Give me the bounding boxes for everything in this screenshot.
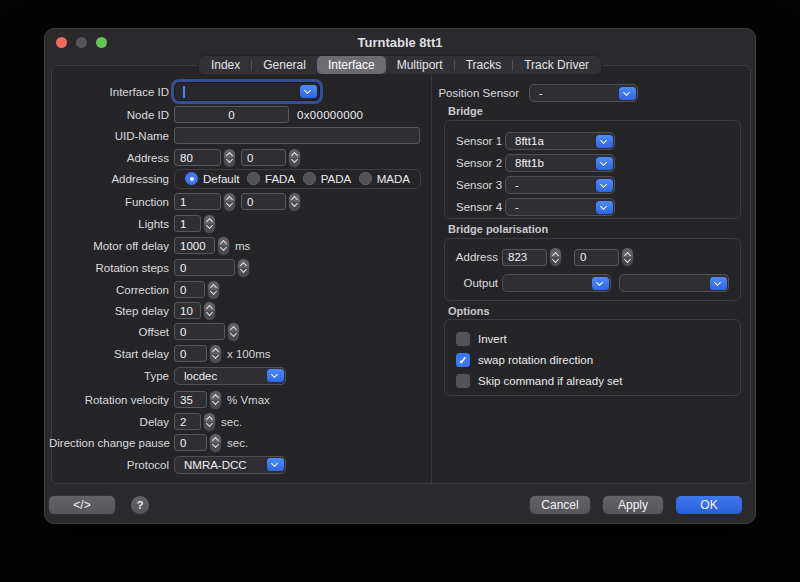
correction-field[interactable]: 0	[174, 281, 205, 298]
address-row: Address 80 0	[49, 148, 300, 167]
popup-button	[596, 179, 613, 192]
code-button[interactable]: </>	[49, 496, 115, 514]
offset-stepper[interactable]	[228, 323, 239, 341]
swap-rotation-checkbox[interactable]	[456, 353, 470, 367]
position-sensor-label: Position Sensor	[435, 87, 519, 99]
polarisation-address-stepper-1[interactable]	[550, 248, 561, 266]
position-sensor-select[interactable]: -	[529, 84, 638, 102]
skip-command-checkbox[interactable]	[456, 374, 470, 388]
sensor-2-select[interactable]: 8ftt1b	[505, 154, 615, 172]
offset-label: Offset	[49, 326, 169, 338]
radio-pada[interactable]: PADA	[303, 172, 351, 185]
sensor-4-select[interactable]: -	[505, 198, 615, 216]
direction-change-pause-label: Direction change pause	[49, 437, 169, 449]
step-delay-stepper[interactable]	[204, 302, 215, 320]
function-field-2[interactable]: 0	[241, 193, 286, 210]
polarisation-address-row: Address 823 0	[448, 248, 633, 266]
popup-button	[596, 157, 613, 170]
help-button[interactable]: ?	[131, 496, 149, 514]
uid-name-field[interactable]	[174, 127, 420, 144]
rotation-velocity-row: Rotation velocity 35 % Vmax	[49, 390, 270, 409]
popup-button	[710, 277, 727, 290]
interface-id-row: Interface ID	[49, 82, 320, 101]
correction-label: Correction	[49, 284, 169, 296]
rotation-velocity-label: Rotation velocity	[49, 394, 169, 406]
offset-field[interactable]: 0	[174, 323, 225, 340]
tab-general[interactable]: General	[252, 56, 317, 74]
start-delay-field[interactable]: 0	[174, 345, 207, 362]
chevron-down-icon	[304, 87, 311, 94]
popup-button	[596, 135, 613, 148]
tab-interface[interactable]: Interface	[317, 56, 386, 74]
tab-track-driver[interactable]: Track Driver	[513, 56, 600, 74]
type-select[interactable]: locdec	[174, 367, 286, 385]
apply-button[interactable]: Apply	[603, 496, 663, 514]
output-select-2[interactable]	[619, 274, 729, 292]
text-caret	[183, 86, 185, 98]
correction-row: Correction 0	[49, 280, 219, 299]
function-field-1[interactable]: 1	[174, 193, 221, 210]
motor-off-delay-stepper[interactable]	[218, 237, 229, 255]
radio-default[interactable]: Default	[185, 172, 239, 185]
tab-multiport[interactable]: Multiport	[386, 56, 454, 74]
direction-change-pause-field[interactable]: 0	[174, 434, 207, 451]
options-group-title: Options	[448, 305, 490, 317]
chevron-down-icon	[270, 371, 277, 378]
direction-change-pause-stepper[interactable]	[210, 434, 221, 452]
address-stepper-1[interactable]	[224, 149, 235, 167]
polarisation-address-field-1[interactable]: 823	[502, 249, 547, 266]
combo-dropdown-button[interactable]	[300, 85, 317, 98]
output-row: Output	[448, 274, 729, 292]
tab-index[interactable]: Index	[200, 56, 251, 74]
node-id-label: Node ID	[49, 109, 169, 121]
rotation-steps-row: Rotation steps 0	[49, 258, 249, 277]
cancel-button[interactable]: Cancel	[530, 496, 590, 514]
interface-id-combobox[interactable]	[174, 82, 320, 101]
rotation-velocity-field[interactable]: 35	[174, 391, 207, 408]
node-id-field[interactable]: 0	[174, 106, 289, 123]
correction-stepper[interactable]	[208, 281, 219, 299]
lights-stepper[interactable]	[204, 215, 215, 233]
start-delay-stepper[interactable]	[210, 345, 221, 363]
popup-button	[267, 369, 284, 382]
motor-off-delay-field[interactable]: 1000	[174, 237, 215, 254]
output-select-1[interactable]	[502, 274, 611, 292]
sensor-1-select[interactable]: 8ftt1a	[505, 132, 615, 150]
uid-name-row: UID-Name	[49, 126, 420, 145]
address-field-1[interactable]: 80	[174, 149, 221, 166]
lights-field[interactable]: 1	[174, 215, 201, 232]
direction-change-pause-unit: sec.	[227, 437, 248, 449]
step-delay-row: Step delay 10	[49, 301, 215, 320]
lights-row: Lights 1	[49, 214, 215, 233]
function-stepper-1[interactable]	[224, 193, 235, 211]
rotation-steps-field[interactable]: 0	[174, 259, 235, 276]
node-id-hex-value: 0x00000000	[297, 109, 363, 121]
protocol-select[interactable]: NMRA-DCC	[174, 456, 286, 474]
rotation-velocity-stepper[interactable]	[210, 391, 221, 409]
tab-tracks[interactable]: Tracks	[455, 56, 513, 74]
bridge-polarisation-group-title: Bridge polarisation	[448, 223, 548, 235]
delay-field[interactable]: 2	[174, 413, 201, 430]
polarisation-address-field-2[interactable]: 0	[574, 249, 619, 266]
sensor-2-label: Sensor 2	[456, 157, 500, 169]
chevron-down-icon	[713, 278, 720, 285]
rotation-steps-stepper[interactable]	[238, 259, 249, 277]
sensor-3-select[interactable]: -	[505, 176, 615, 194]
function-stepper-2[interactable]	[289, 193, 300, 211]
position-sensor-row: Position Sensor -	[435, 84, 638, 102]
uid-name-label: UID-Name	[49, 130, 169, 142]
popup-button	[267, 458, 284, 471]
invert-checkbox[interactable]	[456, 332, 470, 346]
delay-stepper[interactable]	[204, 413, 215, 431]
motor-off-delay-unit: ms	[235, 240, 250, 252]
sensor-2-row: Sensor 2 8ftt1b	[456, 154, 615, 172]
radio-fada[interactable]: FADA	[247, 172, 295, 185]
ok-button[interactable]: OK	[676, 496, 742, 514]
polarisation-address-stepper-2[interactable]	[622, 248, 633, 266]
address-field-2[interactable]: 0	[241, 149, 286, 166]
radio-mada[interactable]: MADA	[359, 172, 410, 185]
delay-unit: sec.	[221, 416, 242, 428]
step-delay-field[interactable]: 10	[174, 302, 201, 319]
address-stepper-2[interactable]	[289, 149, 300, 167]
sensor-3-label: Sensor 3	[456, 179, 500, 191]
